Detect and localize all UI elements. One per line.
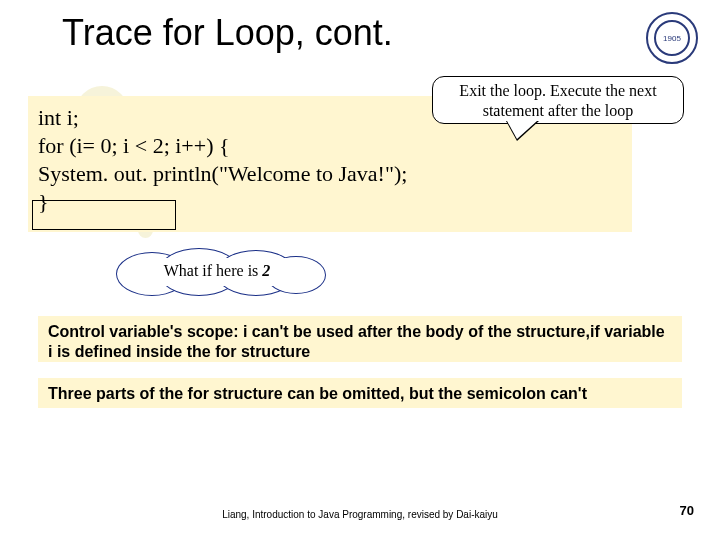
code-line-4: } [38, 188, 622, 216]
code-line-3: System. out. println("Welcome to Java!")… [38, 160, 622, 188]
page-number: 70 [680, 503, 694, 518]
footer-citation: Liang, Introduction to Java Programming,… [0, 509, 720, 520]
what-if-cloud-callout: What if here is 2 [116, 248, 318, 294]
whatif-number: 2 [262, 262, 270, 280]
slide-title: Trace for Loop, cont. [62, 12, 393, 54]
whatif-prefix: What if here is [164, 262, 259, 280]
callout-line2: statement after the loop [439, 101, 677, 121]
university-logo: 1905 [646, 12, 698, 64]
exit-loop-callout: Exit the loop. Execute the next statemen… [432, 76, 684, 124]
omission-note: Three parts of the for structure can be … [38, 378, 682, 408]
callout-line1: Exit the loop. Execute the next [439, 81, 677, 101]
scope-note: Control variable's scope: i can't be use… [38, 316, 682, 362]
logo-year: 1905 [654, 20, 690, 56]
